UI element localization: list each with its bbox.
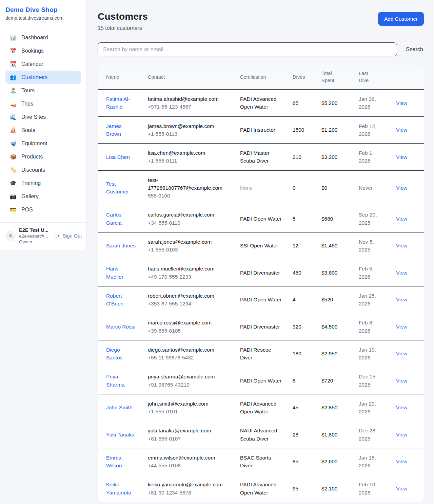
table-row: James Brownjames.brown@example.com+1-555…	[98, 116, 424, 144]
view-customer-link[interactable]: View	[396, 486, 407, 491]
customer-certification: SSI Open Water	[235, 232, 287, 259]
customer-certification: BSAC Sports Diver	[235, 448, 287, 475]
customer-last-dive: Jan 28, 2026	[353, 89, 391, 116]
customer-phone: +81-90-1234-5678	[148, 489, 229, 497]
customer-name-link[interactable]: James Brown	[106, 122, 137, 138]
table-row: Marco Rossimarco.rossi@example.com+39-55…	[98, 313, 424, 340]
customer-name-link[interactable]: Marco Rossi	[106, 323, 135, 331]
sidebar-item-tours[interactable]: 🏝️Tours	[5, 84, 81, 97]
table-body: Fatima Al-Rashidfatima.alrashid@example.…	[98, 89, 424, 502]
customer-last-dive: Jan 10, 2026	[353, 340, 391, 367]
view-customer-link[interactable]: View	[396, 378, 407, 384]
view-customer-link[interactable]: View	[396, 432, 407, 437]
customer-name-link[interactable]: Sarah Jones	[106, 242, 136, 249]
customer-name-link[interactable]: Priya Sharma	[106, 373, 137, 389]
customer-phone: +34-555-0110	[148, 219, 229, 227]
sidebar-item-dashboard[interactable]: 📊Dashboard	[5, 31, 81, 44]
gallery-camera-icon: 📸	[9, 193, 17, 200]
customer-last-dive: Dec 15, 2025	[353, 367, 391, 394]
customer-name-link[interactable]: Hans Mueller	[106, 265, 137, 281]
add-customer-button[interactable]: Add Customer	[378, 12, 424, 26]
view-customer-link[interactable]: View	[396, 154, 407, 160]
sign-out-button[interactable]: Sign Out	[55, 233, 82, 239]
customer-name-link[interactable]: Carlos Garcia	[106, 211, 137, 227]
customer-name-link[interactable]: Keiko Yamamoto	[106, 481, 137, 497]
customer-phone: +971-55-123-4567	[148, 103, 229, 111]
view-customer-link[interactable]: View	[396, 185, 407, 191]
customer-total-spent: $5,200	[316, 89, 353, 116]
sidebar-item-dive-sites[interactable]: 🌊Dive Sites	[5, 110, 81, 124]
customer-certification: PADI Master Scuba Diver	[235, 144, 287, 171]
view-customer-link[interactable]: View	[396, 216, 407, 222]
customer-dives: 28	[287, 421, 316, 448]
customer-name-link[interactable]: Diego Santos	[106, 346, 137, 362]
view-customer-link[interactable]: View	[396, 405, 407, 410]
customer-email: sarah.jones@example.com	[148, 238, 229, 246]
customer-email: robert.obrien@example.com	[148, 292, 229, 300]
customer-phone: +1-555-0101	[148, 408, 229, 415]
table-row: Hans Muellerhans.mueller@example.com+49-…	[98, 259, 424, 286]
customer-name-link[interactable]: Fatima Al-Rashid	[106, 95, 137, 111]
view-customer-link[interactable]: View	[396, 351, 407, 356]
sidebar-item-label: Discounts	[21, 167, 45, 173]
customer-certification: PADI Instructor	[235, 116, 287, 144]
sidebar-item-pos[interactable]: 💳POS	[5, 203, 81, 216]
table-row: Fatima Al-Rashidfatima.alrashid@example.…	[98, 89, 424, 116]
customer-total-spent: $2,100	[316, 475, 353, 502]
customer-email: fatima.alrashid@example.com	[148, 95, 229, 103]
table-row: Yuki Tanakayuki.tanaka@example.com+81-55…	[98, 421, 424, 448]
customer-last-dive: Feb 10, 2026	[353, 475, 391, 502]
customer-email: marco.rossi@example.com	[148, 319, 229, 326]
customer-dives: 210	[287, 144, 316, 171]
table-row: Robert O'Brienrobert.obrien@example.com+…	[98, 286, 424, 313]
view-customer-link[interactable]: View	[396, 270, 407, 276]
customer-last-dive: Feb 5, 2026	[353, 259, 391, 286]
sidebar-item-discounts[interactable]: 🏷️Discounts	[5, 163, 81, 176]
customer-name-link[interactable]: John Smith	[106, 404, 133, 411]
customer-name-link[interactable]: Test Customer	[106, 180, 137, 196]
customer-total-spent: $3,800	[316, 259, 353, 286]
customer-name-link[interactable]: Robert O'Brien	[106, 292, 137, 308]
sidebar-item-customers[interactable]: 👥Customers	[5, 71, 81, 84]
customer-total-spent: $1,450	[316, 232, 353, 259]
view-customer-link[interactable]: View	[396, 243, 407, 248]
sidebar-item-products[interactable]: 📦Products	[5, 150, 81, 163]
brand-header: Demo Dive Shop demo.test.divestreams.com	[0, 0, 86, 26]
sidebar-item-training[interactable]: 🎓Training	[5, 176, 81, 190]
column-header-dives: Dives	[287, 65, 316, 89]
customer-dives: 4	[287, 286, 316, 313]
sidebar-item-label: Products	[21, 154, 43, 160]
sidebar-item-boats[interactable]: ⛵Boats	[5, 124, 81, 137]
customer-total-spent: $2,600	[316, 448, 353, 475]
customers-table-card: NameContactCertificationDivesTotal Spent…	[98, 65, 424, 502]
table-row: Priya Sharmapriya.sharma@example.com+91-…	[98, 367, 424, 394]
customer-total-spent: $3,200	[316, 144, 353, 171]
sign-out-icon	[55, 233, 60, 239]
customer-dives: 95	[287, 475, 316, 502]
customer-last-dive: Feb 12, 2026	[353, 116, 391, 144]
table-row: Sarah Jonessarah.jones@example.com+1-555…	[98, 232, 424, 259]
sidebar-item-gallery[interactable]: 📸Gallery	[5, 190, 81, 203]
view-customer-link[interactable]: View	[396, 297, 407, 302]
view-customer-link[interactable]: View	[396, 127, 407, 133]
customer-name-link[interactable]: Emma Wilson	[106, 454, 137, 470]
view-customer-link[interactable]: View	[396, 459, 407, 464]
customer-last-dive: Sep 20, 2025	[353, 205, 391, 232]
sidebar-item-bookings[interactable]: 📅Bookings	[5, 44, 81, 57]
sidebar-item-equipment[interactable]: 🤿Equipment	[5, 137, 81, 150]
search-input[interactable]	[98, 42, 397, 56]
table-row: Test Customertest-1772681807767@example.…	[98, 170, 424, 205]
customer-total-spent: $1,200	[316, 116, 353, 144]
customer-total-spent: $720	[316, 367, 353, 394]
customer-certification: PADI Advanced Open Water	[235, 475, 287, 502]
search-button[interactable]: Search	[405, 45, 424, 54]
view-customer-link[interactable]: View	[396, 100, 407, 106]
sidebar-item-trips[interactable]: 🚤Trips	[5, 97, 81, 110]
sidebar-item-calendar[interactable]: 📆Calendar	[5, 57, 81, 71]
customer-name-link[interactable]: Yuki Tanaka	[106, 431, 134, 438]
customer-dives: 65	[287, 89, 316, 116]
sidebar: Demo Dive Shop demo.test.divestreams.com…	[0, 0, 87, 250]
customer-dives: 450	[287, 259, 316, 286]
view-customer-link[interactable]: View	[396, 324, 407, 330]
customer-name-link[interactable]: Lisa Chen	[106, 153, 130, 161]
